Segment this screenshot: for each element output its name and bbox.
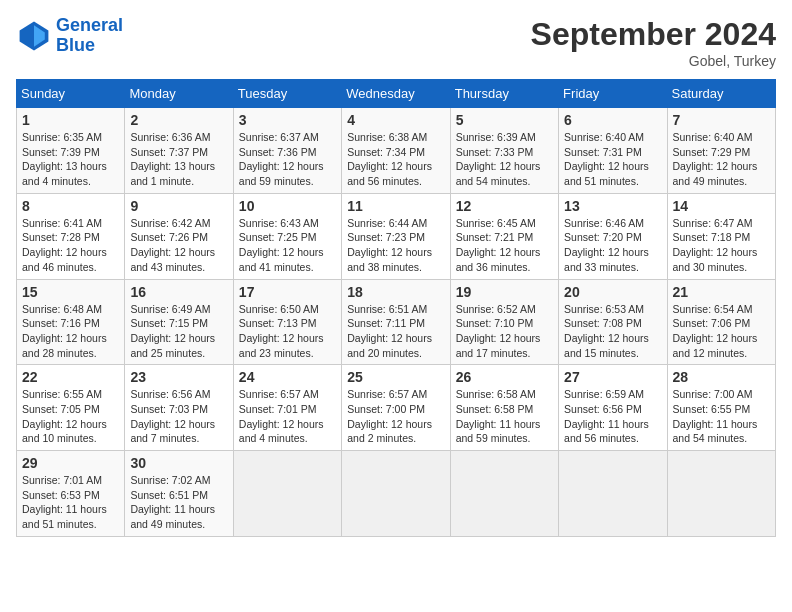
day-cell-19: 19 Sunrise: 6:52 AMSunset: 7:10 PMDaylig… [450, 279, 558, 365]
day-number: 23 [130, 369, 227, 385]
day-cell-24: 24 Sunrise: 6:57 AMSunset: 7:01 PMDaylig… [233, 365, 341, 451]
day-number: 4 [347, 112, 444, 128]
day-detail: Sunrise: 6:46 AMSunset: 7:20 PMDaylight:… [564, 217, 649, 273]
day-detail: Sunrise: 6:35 AMSunset: 7:39 PMDaylight:… [22, 131, 107, 187]
day-number: 21 [673, 284, 770, 300]
day-detail: Sunrise: 6:54 AMSunset: 7:06 PMDaylight:… [673, 303, 758, 359]
day-number: 25 [347, 369, 444, 385]
day-detail: Sunrise: 6:37 AMSunset: 7:36 PMDaylight:… [239, 131, 324, 187]
day-number: 6 [564, 112, 661, 128]
day-cell-30: 30 Sunrise: 7:02 AMSunset: 6:51 PMDaylig… [125, 451, 233, 537]
day-cell-4: 4 Sunrise: 6:38 AMSunset: 7:34 PMDayligh… [342, 108, 450, 194]
day-number: 3 [239, 112, 336, 128]
day-cell-23: 23 Sunrise: 6:56 AMSunset: 7:03 PMDaylig… [125, 365, 233, 451]
col-header-monday: Monday [125, 80, 233, 108]
col-header-sunday: Sunday [17, 80, 125, 108]
day-detail: Sunrise: 6:40 AMSunset: 7:31 PMDaylight:… [564, 131, 649, 187]
day-detail: Sunrise: 6:41 AMSunset: 7:28 PMDaylight:… [22, 217, 107, 273]
day-number: 13 [564, 198, 661, 214]
col-header-tuesday: Tuesday [233, 80, 341, 108]
day-cell-29: 29 Sunrise: 7:01 AMSunset: 6:53 PMDaylig… [17, 451, 125, 537]
calendar-table: SundayMondayTuesdayWednesdayThursdayFrid… [16, 79, 776, 537]
day-cell-28: 28 Sunrise: 7:00 AMSunset: 6:55 PMDaylig… [667, 365, 775, 451]
day-cell-3: 3 Sunrise: 6:37 AMSunset: 7:36 PMDayligh… [233, 108, 341, 194]
calendar-week-3: 15 Sunrise: 6:48 AMSunset: 7:16 PMDaylig… [17, 279, 776, 365]
title-block: September 2024 Gobel, Turkey [531, 16, 776, 69]
day-cell-10: 10 Sunrise: 6:43 AMSunset: 7:25 PMDaylig… [233, 193, 341, 279]
day-cell-9: 9 Sunrise: 6:42 AMSunset: 7:26 PMDayligh… [125, 193, 233, 279]
day-detail: Sunrise: 6:56 AMSunset: 7:03 PMDaylight:… [130, 388, 215, 444]
day-number: 29 [22, 455, 119, 471]
day-number: 11 [347, 198, 444, 214]
day-detail: Sunrise: 6:48 AMSunset: 7:16 PMDaylight:… [22, 303, 107, 359]
col-header-saturday: Saturday [667, 80, 775, 108]
day-number: 8 [22, 198, 119, 214]
day-cell-1: 1 Sunrise: 6:35 AMSunset: 7:39 PMDayligh… [17, 108, 125, 194]
day-detail: Sunrise: 7:00 AMSunset: 6:55 PMDaylight:… [673, 388, 758, 444]
day-number: 28 [673, 369, 770, 385]
day-detail: Sunrise: 6:49 AMSunset: 7:15 PMDaylight:… [130, 303, 215, 359]
day-number: 22 [22, 369, 119, 385]
empty-cell [559, 451, 667, 537]
day-detail: Sunrise: 7:01 AMSunset: 6:53 PMDaylight:… [22, 474, 107, 530]
day-detail: Sunrise: 6:53 AMSunset: 7:08 PMDaylight:… [564, 303, 649, 359]
day-detail: Sunrise: 6:44 AMSunset: 7:23 PMDaylight:… [347, 217, 432, 273]
day-detail: Sunrise: 6:58 AMSunset: 6:58 PMDaylight:… [456, 388, 541, 444]
day-cell-11: 11 Sunrise: 6:44 AMSunset: 7:23 PMDaylig… [342, 193, 450, 279]
day-cell-12: 12 Sunrise: 6:45 AMSunset: 7:21 PMDaylig… [450, 193, 558, 279]
day-detail: Sunrise: 6:51 AMSunset: 7:11 PMDaylight:… [347, 303, 432, 359]
day-cell-8: 8 Sunrise: 6:41 AMSunset: 7:28 PMDayligh… [17, 193, 125, 279]
day-number: 16 [130, 284, 227, 300]
day-cell-21: 21 Sunrise: 6:54 AMSunset: 7:06 PMDaylig… [667, 279, 775, 365]
day-number: 19 [456, 284, 553, 300]
logo-text: General Blue [56, 16, 123, 56]
day-number: 9 [130, 198, 227, 214]
day-detail: Sunrise: 6:40 AMSunset: 7:29 PMDaylight:… [673, 131, 758, 187]
day-cell-14: 14 Sunrise: 6:47 AMSunset: 7:18 PMDaylig… [667, 193, 775, 279]
logo: General Blue [16, 16, 123, 56]
header-row: SundayMondayTuesdayWednesdayThursdayFrid… [17, 80, 776, 108]
day-cell-26: 26 Sunrise: 6:58 AMSunset: 6:58 PMDaylig… [450, 365, 558, 451]
day-cell-16: 16 Sunrise: 6:49 AMSunset: 7:15 PMDaylig… [125, 279, 233, 365]
calendar-week-2: 8 Sunrise: 6:41 AMSunset: 7:28 PMDayligh… [17, 193, 776, 279]
empty-cell [233, 451, 341, 537]
day-number: 18 [347, 284, 444, 300]
day-detail: Sunrise: 7:02 AMSunset: 6:51 PMDaylight:… [130, 474, 215, 530]
day-detail: Sunrise: 6:59 AMSunset: 6:56 PMDaylight:… [564, 388, 649, 444]
logo-line1: General [56, 15, 123, 35]
empty-cell [667, 451, 775, 537]
day-detail: Sunrise: 6:57 AMSunset: 7:00 PMDaylight:… [347, 388, 432, 444]
day-cell-5: 5 Sunrise: 6:39 AMSunset: 7:33 PMDayligh… [450, 108, 558, 194]
day-number: 26 [456, 369, 553, 385]
day-detail: Sunrise: 6:45 AMSunset: 7:21 PMDaylight:… [456, 217, 541, 273]
day-detail: Sunrise: 6:42 AMSunset: 7:26 PMDaylight:… [130, 217, 215, 273]
location: Gobel, Turkey [531, 53, 776, 69]
day-cell-27: 27 Sunrise: 6:59 AMSunset: 6:56 PMDaylig… [559, 365, 667, 451]
day-cell-22: 22 Sunrise: 6:55 AMSunset: 7:05 PMDaylig… [17, 365, 125, 451]
day-cell-13: 13 Sunrise: 6:46 AMSunset: 7:20 PMDaylig… [559, 193, 667, 279]
day-number: 1 [22, 112, 119, 128]
day-number: 30 [130, 455, 227, 471]
day-cell-2: 2 Sunrise: 6:36 AMSunset: 7:37 PMDayligh… [125, 108, 233, 194]
calendar-week-1: 1 Sunrise: 6:35 AMSunset: 7:39 PMDayligh… [17, 108, 776, 194]
day-number: 20 [564, 284, 661, 300]
day-detail: Sunrise: 6:47 AMSunset: 7:18 PMDaylight:… [673, 217, 758, 273]
day-number: 27 [564, 369, 661, 385]
day-detail: Sunrise: 6:57 AMSunset: 7:01 PMDaylight:… [239, 388, 324, 444]
day-cell-20: 20 Sunrise: 6:53 AMSunset: 7:08 PMDaylig… [559, 279, 667, 365]
logo-line2: Blue [56, 35, 95, 55]
page-header: General Blue September 2024 Gobel, Turke… [16, 16, 776, 69]
empty-cell [342, 451, 450, 537]
day-number: 7 [673, 112, 770, 128]
day-number: 10 [239, 198, 336, 214]
day-detail: Sunrise: 6:50 AMSunset: 7:13 PMDaylight:… [239, 303, 324, 359]
day-number: 15 [22, 284, 119, 300]
col-header-friday: Friday [559, 80, 667, 108]
day-detail: Sunrise: 6:39 AMSunset: 7:33 PMDaylight:… [456, 131, 541, 187]
day-detail: Sunrise: 6:43 AMSunset: 7:25 PMDaylight:… [239, 217, 324, 273]
day-number: 17 [239, 284, 336, 300]
logo-icon [16, 18, 52, 54]
day-cell-15: 15 Sunrise: 6:48 AMSunset: 7:16 PMDaylig… [17, 279, 125, 365]
day-detail: Sunrise: 6:55 AMSunset: 7:05 PMDaylight:… [22, 388, 107, 444]
day-detail: Sunrise: 6:38 AMSunset: 7:34 PMDaylight:… [347, 131, 432, 187]
